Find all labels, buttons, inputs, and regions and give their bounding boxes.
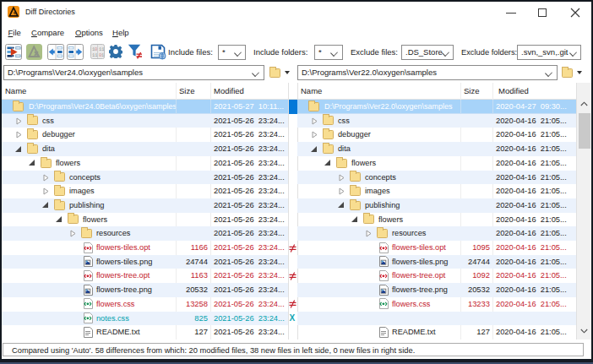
svg-text:11: 11 [92, 52, 98, 58]
svg-text:11: 11 [99, 46, 105, 52]
svg-text:0: 0 [95, 46, 97, 52]
